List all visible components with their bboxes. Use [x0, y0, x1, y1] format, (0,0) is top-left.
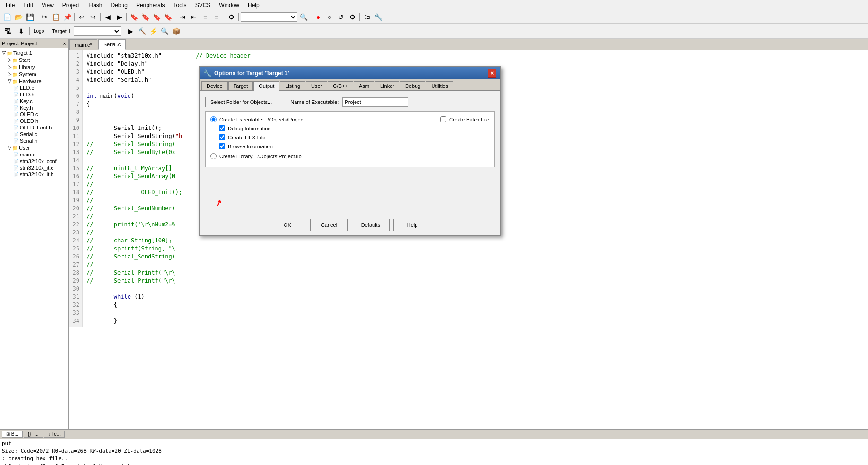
create-hex-row: Create HEX File — [210, 134, 489, 140]
create-hex-checkbox[interactable] — [219, 134, 225, 140]
dialog-footer: OK Cancel Defaults Help — [200, 215, 500, 235]
dialog-tab-output[interactable]: Output — [253, 81, 279, 91]
dialog-tab-utilities[interactable]: Utilities — [426, 81, 453, 90]
create-batch-checkbox[interactable] — [440, 116, 446, 122]
options-dialog: 🔧 Options for Target 'Target 1' × Device… — [199, 66, 501, 236]
debug-info-row: Debug Information — [210, 125, 489, 131]
dialog-title: Options for Target 'Target 1' — [214, 70, 289, 77]
dialog-cancel-btn[interactable]: Cancel — [310, 219, 348, 231]
name-executable-label: Name of Executable: — [290, 99, 339, 105]
create-executable-row: Create Executable: .\Objects\Project Cre… — [210, 116, 489, 122]
create-hex-label: Create HEX File — [228, 135, 265, 140]
dialog-body: Select Folder for Objects... Name of Exe… — [200, 91, 500, 215]
create-library-radio[interactable] — [210, 153, 217, 159]
dialog-tab-user[interactable]: User — [306, 81, 327, 90]
dialog-defaults-btn[interactable]: Defaults — [352, 219, 390, 231]
create-library-label: Create Library: — [219, 154, 254, 159]
name-executable-input[interactable] — [342, 97, 408, 107]
debug-info-checkbox[interactable] — [219, 125, 225, 131]
dialog-row-top: Select Folder for Objects... Name of Exe… — [205, 97, 495, 107]
select-folder-btn[interactable]: Select Folder for Objects... — [205, 97, 277, 107]
debug-info-label: Debug Information — [228, 126, 271, 131]
browse-info-label: Browse Information — [228, 144, 273, 149]
dialog-app-icon: 🔧 — [203, 69, 211, 77]
dialog-tab-asm[interactable]: Asm — [354, 81, 374, 90]
browse-info-row: Browse Information — [210, 143, 489, 149]
dialog-tab-listing[interactable]: Listing — [280, 81, 305, 90]
dialog-ok-btn[interactable]: OK — [269, 219, 306, 231]
create-executable-radio[interactable] — [210, 116, 217, 122]
dialog-main-section: Create Executable: .\Objects\Project Cre… — [205, 111, 495, 167]
dialog-tab-cpp[interactable]: C/C++ — [328, 81, 353, 90]
create-batch-label: Create Batch File — [449, 117, 489, 122]
dialog-tab-target[interactable]: Target — [228, 81, 253, 90]
dialog-tabs: Device Target Output Listing User C/C++ … — [200, 79, 500, 91]
dialog-empty-space — [205, 171, 495, 209]
create-executable-path: .\Objects\Project — [267, 117, 305, 122]
dialog-tab-device[interactable]: Device — [201, 81, 228, 90]
create-executable-label: Create Executable: — [219, 117, 264, 122]
create-library-path: .\Objects\Project.lib — [257, 154, 302, 159]
dialog-tab-linker[interactable]: Linker — [375, 81, 399, 90]
dialog-close-btn[interactable]: × — [488, 69, 496, 78]
dialog-help-btn[interactable]: Help — [393, 219, 431, 231]
dialog-titlebar: 🔧 Options for Target 'Target 1' × — [200, 67, 500, 79]
browse-info-checkbox[interactable] — [219, 143, 225, 149]
create-library-row: Create Library: .\Objects\Project.lib — [210, 153, 489, 159]
dialog-tab-debug[interactable]: Debug — [400, 81, 425, 90]
